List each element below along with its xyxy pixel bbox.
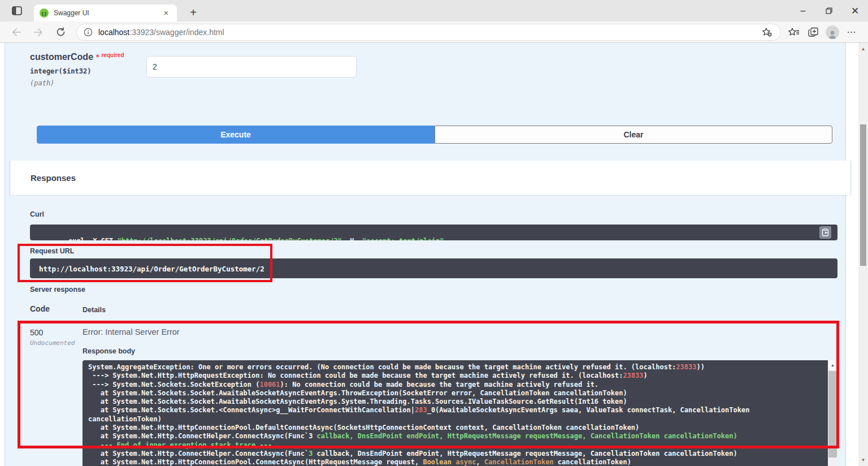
response-body-label: Response body (83, 347, 135, 355)
tab-close-icon[interactable]: × (161, 8, 171, 18)
favorites-bar-icon[interactable] (784, 24, 804, 41)
required-label: required (101, 52, 124, 58)
swagger-opblock: customerCode*required integer($int32) (p… (5, 43, 846, 466)
curl-block: curl -X GET "http://localhost:33923/api/… (30, 225, 837, 240)
response-body-scrollbar[interactable]: ▲ (828, 360, 837, 466)
request-url-label: Request URL (30, 247, 74, 255)
scroll-up-icon[interactable]: ▲ (828, 360, 837, 370)
response-scrollbar-thumb[interactable] (828, 371, 837, 458)
response-body-block[interactable]: System.AggregateException: One or more e… (83, 360, 837, 466)
curl-command: curl -X GET "http://localhost:33923/api/… (68, 237, 444, 240)
window-close-button[interactable]: ✕ (842, 0, 868, 21)
parameter-type: integer($int32) (30, 67, 91, 75)
parameter-name: customerCode*required (30, 52, 124, 62)
tab-layout-icon[interactable] (9, 4, 25, 18)
page-scroll-up-icon[interactable]: ▲ (858, 44, 868, 54)
swagger-page: customerCode*required integer($int32) (p… (0, 43, 858, 466)
customer-code-input[interactable] (146, 56, 357, 77)
url-path: :33923/swagger/index.html (129, 28, 224, 37)
back-icon[interactable] (8, 24, 25, 41)
responses-heading: Responses (31, 173, 76, 183)
new-tab-button[interactable]: + (185, 5, 201, 20)
clear-button[interactable]: Clear (435, 126, 832, 144)
status-code: 500 (30, 328, 43, 337)
browser-toolbar: localhost:33923/swagger/index.html ⋯ (0, 21, 868, 43)
stack-trace: System.AggregateException: One or more e… (83, 360, 828, 466)
settings-menu-icon[interactable]: ⋯ (842, 24, 861, 41)
responses-section-header: Responses (10, 161, 851, 195)
page-scrollbar[interactable]: ▲ ▼ (858, 43, 868, 466)
forward-icon[interactable] (30, 24, 47, 41)
code-column-header: Code (30, 304, 50, 313)
site-info-icon[interactable] (84, 28, 93, 37)
response-description: Error: Internal Server Error (83, 327, 180, 336)
required-star: * (96, 53, 99, 62)
server-response-label: Server response (30, 286, 85, 294)
window-restore-button[interactable] (816, 0, 842, 21)
undocumented-label: Undocumented (30, 339, 75, 347)
tab-title: Swagger UI (54, 9, 161, 17)
swagger-favicon-icon: {;} (40, 8, 49, 18)
details-column-header: Details (83, 306, 106, 314)
copy-to-clipboard-icon[interactable] (819, 226, 831, 239)
page-viewport: customerCode*required integer($int32) (p… (0, 43, 868, 466)
browser-titlebar: {;} Swagger UI × + – ✕ (0, 0, 868, 21)
page-scrollbar-thumb[interactable] (860, 124, 866, 266)
refresh-icon[interactable] (52, 24, 69, 41)
profile-avatar[interactable] (823, 24, 842, 41)
window-minimize-button[interactable]: – (790, 0, 816, 21)
page-scroll-down-icon[interactable]: ▼ (858, 455, 868, 465)
browser-tab[interactable]: {;} Swagger UI × (34, 5, 177, 21)
parameter-location: (path) (30, 79, 54, 87)
execute-button[interactable]: Execute (37, 126, 435, 144)
address-bar[interactable]: localhost:33923/swagger/index.html (76, 24, 781, 41)
add-favorite-icon[interactable] (757, 24, 776, 41)
curl-label: Curl (30, 210, 44, 218)
request-url-value: http://localhost:33923/api/Order/GetOrde… (30, 258, 837, 278)
collections-icon[interactable] (804, 24, 823, 41)
url-host: localhost (98, 28, 129, 37)
